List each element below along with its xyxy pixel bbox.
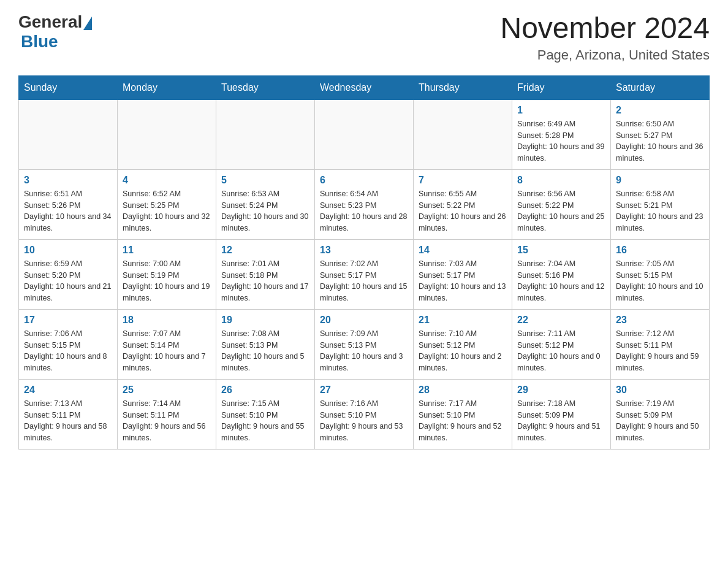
day-info: Sunrise: 7:11 AMSunset: 5:12 PMDaylight:…: [517, 328, 605, 374]
logo-blue-text: Blue: [21, 32, 58, 52]
day-info: Sunrise: 6:56 AMSunset: 5:22 PMDaylight:…: [517, 188, 605, 234]
day-info: Sunrise: 7:08 AMSunset: 5:13 PMDaylight:…: [221, 328, 309, 374]
day-info: Sunrise: 7:15 AMSunset: 5:10 PMDaylight:…: [221, 398, 309, 444]
day-number: 4: [123, 175, 211, 186]
calendar-cell: 9Sunrise: 6:58 AMSunset: 5:21 PMDaylight…: [611, 169, 710, 239]
calendar-week-4: 17Sunrise: 7:06 AMSunset: 5:15 PMDayligh…: [19, 309, 710, 379]
calendar-cell: 30Sunrise: 7:19 AMSunset: 5:09 PMDayligh…: [611, 379, 710, 449]
day-number: 7: [419, 175, 507, 186]
day-info: Sunrise: 7:12 AMSunset: 5:11 PMDaylight:…: [616, 328, 704, 374]
calendar-table: SundayMondayTuesdayWednesdayThursdayFrid…: [18, 75, 710, 450]
calendar-cell: 15Sunrise: 7:04 AMSunset: 5:16 PMDayligh…: [512, 239, 611, 309]
day-number: 13: [320, 245, 408, 256]
day-info: Sunrise: 6:53 AMSunset: 5:24 PMDaylight:…: [221, 188, 309, 234]
day-info: Sunrise: 7:16 AMSunset: 5:10 PMDaylight:…: [320, 398, 408, 444]
day-info: Sunrise: 7:19 AMSunset: 5:09 PMDaylight:…: [616, 398, 704, 444]
day-info: Sunrise: 6:54 AMSunset: 5:23 PMDaylight:…: [320, 188, 408, 234]
calendar-cell: [216, 99, 315, 169]
calendar-cell: 17Sunrise: 7:06 AMSunset: 5:15 PMDayligh…: [19, 309, 118, 379]
calendar-cell: 3Sunrise: 6:51 AMSunset: 5:26 PMDaylight…: [19, 169, 118, 239]
day-number: 26: [221, 385, 309, 396]
day-info: Sunrise: 7:07 AMSunset: 5:14 PMDaylight:…: [123, 328, 211, 374]
day-info: Sunrise: 7:06 AMSunset: 5:15 PMDaylight:…: [24, 328, 112, 374]
day-number: 28: [419, 385, 507, 396]
day-number: 10: [24, 245, 112, 256]
calendar-week-3: 10Sunrise: 6:59 AMSunset: 5:20 PMDayligh…: [19, 239, 710, 309]
day-info: Sunrise: 7:17 AMSunset: 5:10 PMDaylight:…: [419, 398, 507, 444]
calendar-cell: 2Sunrise: 6:50 AMSunset: 5:27 PMDaylight…: [611, 99, 710, 169]
day-number: 6: [320, 175, 408, 186]
day-number: 11: [123, 245, 211, 256]
day-info: Sunrise: 7:02 AMSunset: 5:17 PMDaylight:…: [320, 258, 408, 304]
calendar-cell: [414, 99, 512, 169]
day-number: 22: [517, 315, 605, 326]
day-info: Sunrise: 6:52 AMSunset: 5:25 PMDaylight:…: [123, 188, 211, 234]
calendar-cell: 19Sunrise: 7:08 AMSunset: 5:13 PMDayligh…: [216, 309, 315, 379]
calendar-cell: 12Sunrise: 7:01 AMSunset: 5:18 PMDayligh…: [216, 239, 315, 309]
day-number: 21: [419, 315, 507, 326]
day-info: Sunrise: 7:04 AMSunset: 5:16 PMDaylight:…: [517, 258, 605, 304]
calendar-cell: 21Sunrise: 7:10 AMSunset: 5:12 PMDayligh…: [414, 309, 512, 379]
main-title: November 2024: [500, 12, 710, 45]
calendar-cell: [118, 99, 216, 169]
calendar-cell: 26Sunrise: 7:15 AMSunset: 5:10 PMDayligh…: [216, 379, 315, 449]
day-header-thursday: Thursday: [414, 75, 512, 99]
day-number: 25: [123, 385, 211, 396]
day-info: Sunrise: 7:14 AMSunset: 5:11 PMDaylight:…: [123, 398, 211, 444]
calendar-week-1: 1Sunrise: 6:49 AMSunset: 5:28 PMDaylight…: [19, 99, 710, 169]
calendar-cell: 8Sunrise: 6:56 AMSunset: 5:22 PMDaylight…: [512, 169, 611, 239]
calendar-cell: 27Sunrise: 7:16 AMSunset: 5:10 PMDayligh…: [315, 379, 414, 449]
day-number: 8: [517, 175, 605, 186]
calendar-cell: 10Sunrise: 6:59 AMSunset: 5:20 PMDayligh…: [19, 239, 118, 309]
calendar-header-row: SundayMondayTuesdayWednesdayThursdayFrid…: [19, 75, 710, 99]
day-number: 9: [616, 175, 704, 186]
logo: General Blue: [18, 12, 92, 52]
day-header-sunday: Sunday: [19, 75, 118, 99]
page-header: General Blue November 2024 Page, Arizona…: [18, 12, 710, 63]
day-number: 23: [616, 315, 704, 326]
calendar-cell: 6Sunrise: 6:54 AMSunset: 5:23 PMDaylight…: [315, 169, 414, 239]
calendar-cell: [19, 99, 118, 169]
calendar-cell: 14Sunrise: 7:03 AMSunset: 5:17 PMDayligh…: [414, 239, 512, 309]
day-number: 14: [419, 245, 507, 256]
day-info: Sunrise: 6:50 AMSunset: 5:27 PMDaylight:…: [616, 118, 704, 164]
day-info: Sunrise: 6:59 AMSunset: 5:20 PMDaylight:…: [24, 258, 112, 304]
calendar-cell: 20Sunrise: 7:09 AMSunset: 5:13 PMDayligh…: [315, 309, 414, 379]
day-info: Sunrise: 6:49 AMSunset: 5:28 PMDaylight:…: [517, 118, 605, 164]
calendar-cell: 28Sunrise: 7:17 AMSunset: 5:10 PMDayligh…: [414, 379, 512, 449]
day-number: 5: [221, 175, 309, 186]
day-header-monday: Monday: [118, 75, 216, 99]
calendar-cell: 13Sunrise: 7:02 AMSunset: 5:17 PMDayligh…: [315, 239, 414, 309]
calendar-cell: 23Sunrise: 7:12 AMSunset: 5:11 PMDayligh…: [611, 309, 710, 379]
day-number: 12: [221, 245, 309, 256]
day-info: Sunrise: 7:01 AMSunset: 5:18 PMDaylight:…: [221, 258, 309, 304]
calendar-cell: 25Sunrise: 7:14 AMSunset: 5:11 PMDayligh…: [118, 379, 216, 449]
calendar-cell: 5Sunrise: 6:53 AMSunset: 5:24 PMDaylight…: [216, 169, 315, 239]
calendar-week-5: 24Sunrise: 7:13 AMSunset: 5:11 PMDayligh…: [19, 379, 710, 449]
day-info: Sunrise: 6:55 AMSunset: 5:22 PMDaylight:…: [419, 188, 507, 234]
day-number: 18: [123, 315, 211, 326]
day-number: 1: [517, 105, 605, 116]
day-header-friday: Friday: [512, 75, 611, 99]
calendar-cell: 16Sunrise: 7:05 AMSunset: 5:15 PMDayligh…: [611, 239, 710, 309]
calendar-week-2: 3Sunrise: 6:51 AMSunset: 5:26 PMDaylight…: [19, 169, 710, 239]
calendar-cell: [315, 99, 414, 169]
logo-triangle-icon: [83, 17, 92, 30]
day-header-wednesday: Wednesday: [315, 75, 414, 99]
day-header-saturday: Saturday: [611, 75, 710, 99]
day-info: Sunrise: 7:00 AMSunset: 5:19 PMDaylight:…: [123, 258, 211, 304]
calendar-cell: 1Sunrise: 6:49 AMSunset: 5:28 PMDaylight…: [512, 99, 611, 169]
day-number: 2: [616, 105, 704, 116]
day-number: 29: [517, 385, 605, 396]
subtitle: Page, Arizona, United States: [500, 47, 710, 63]
day-info: Sunrise: 7:05 AMSunset: 5:15 PMDaylight:…: [616, 258, 704, 304]
day-info: Sunrise: 6:58 AMSunset: 5:21 PMDaylight:…: [616, 188, 704, 234]
day-number: 3: [24, 175, 112, 186]
day-info: Sunrise: 7:03 AMSunset: 5:17 PMDaylight:…: [419, 258, 507, 304]
day-header-tuesday: Tuesday: [216, 75, 315, 99]
calendar-cell: 11Sunrise: 7:00 AMSunset: 5:19 PMDayligh…: [118, 239, 216, 309]
day-number: 15: [517, 245, 605, 256]
logo-general-text: General: [18, 12, 82, 32]
day-number: 19: [221, 315, 309, 326]
day-info: Sunrise: 6:51 AMSunset: 5:26 PMDaylight:…: [24, 188, 112, 234]
